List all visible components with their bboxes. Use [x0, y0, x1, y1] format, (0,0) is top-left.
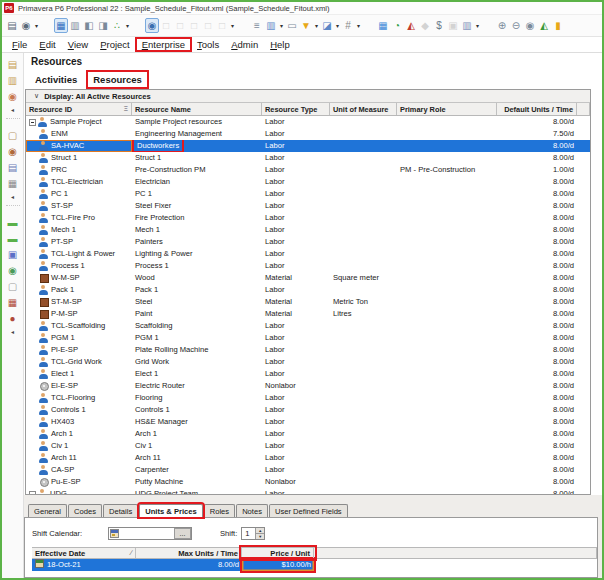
Mech 1[interactable]: Mech 1 Mech 1 Labor 8.00/d: [26, 224, 590, 236]
zoom-out-icon[interactable]: ⊖: [509, 18, 523, 33]
shift-spinner[interactable]: 1 ▲ ▼: [241, 527, 265, 540]
roles-sidebar-icon[interactable]: ◉: [6, 144, 20, 158]
sort-indicator-icon[interactable]: ∕: [131, 549, 132, 558]
primary-role-cell[interactable]: [397, 224, 497, 236]
resource-type-cell[interactable]: Labor: [262, 164, 330, 176]
columns-icon[interactable]: ▥: [264, 18, 278, 33]
unit-of-measure-cell[interactable]: [330, 464, 397, 476]
unit-of-measure-cell[interactable]: [330, 236, 397, 248]
spreadsheet-view-icon[interactable]: ▦: [54, 18, 68, 33]
resource-type-cell[interactable]: Nonlabor: [262, 380, 330, 392]
unit-of-measure-cell[interactable]: [330, 260, 397, 272]
resource-type-cell[interactable]: Labor: [262, 440, 330, 452]
column-filter-icon[interactable]: Ξ: [124, 105, 128, 115]
unit-of-measure-cell[interactable]: [330, 224, 397, 236]
Arch 1[interactable]: Arch 1 Arch 1 Labor 8.00/d: [26, 428, 590, 440]
primary-role-cell[interactable]: [397, 332, 497, 344]
default-units-cell[interactable]: 8.00/d: [497, 392, 577, 404]
spinner-buttons[interactable]: ▲ ▼: [255, 528, 264, 539]
Process 1[interactable]: Process 1 Process 1 Labor 8.00/d: [26, 260, 590, 272]
primary-role-cell[interactable]: [397, 284, 497, 296]
resource-id-cell[interactable]: TCL-Grid Work: [26, 356, 132, 368]
primary-role-cell[interactable]: [397, 248, 497, 260]
resource-type-cell[interactable]: Labor: [262, 188, 330, 200]
resource-name-cell[interactable]: Steel Fixer: [132, 200, 262, 212]
resource-type-cell[interactable]: Labor: [262, 152, 330, 164]
menu-item[interactable]: Help: [264, 38, 296, 51]
reports-sidebar-icon[interactable]: ▦: [6, 176, 20, 190]
primary-role-cell[interactable]: [397, 416, 497, 428]
layout-icon[interactable]: ▭: [285, 18, 299, 33]
resource-id-cell[interactable]: Pu-E-SP: [26, 476, 132, 488]
primary-role-cell[interactable]: [397, 200, 497, 212]
default-units-cell[interactable]: 8.00/d: [497, 368, 577, 380]
HS&E Manager[interactable]: HX403 HS&E Manager Labor 8.00/d: [26, 416, 590, 428]
primary-role-cell[interactable]: [397, 404, 497, 416]
resource-type-cell[interactable]: Labor: [262, 344, 330, 356]
unit-of-measure-cell[interactable]: [330, 200, 397, 212]
calculator-sidebar-icon[interactable]: ▦: [6, 295, 20, 309]
resource-name-cell[interactable]: Fire Protection: [132, 212, 262, 224]
resource-name-cell[interactable]: UDG Project Team: [132, 488, 262, 494]
default-units-cell[interactable]: 8.00/d: [497, 332, 577, 344]
menu-item[interactable]: Edit: [33, 38, 61, 51]
unit-of-measure-cell[interactable]: [330, 344, 397, 356]
primary-role-cell[interactable]: [397, 308, 497, 320]
toolbar-separator[interactable]: [40, 18, 54, 33]
resource-name-cell[interactable]: Sample Project resources: [132, 116, 262, 128]
Scaffolding[interactable]: TCL-Scaffolding Scaffolding Labor 8.00/d: [26, 320, 590, 332]
column-header-effective-date[interactable]: Effective Date ∕: [32, 548, 136, 558]
Carpenter[interactable]: CA-SP Carpenter Labor 8.00/d: [26, 464, 590, 476]
browse-button[interactable]: ...: [174, 528, 191, 539]
primary-role-cell[interactable]: [397, 452, 497, 464]
expand-collapse-icon[interactable]: [29, 491, 36, 495]
trace-logic-icon[interactable]: ◧: [82, 18, 96, 33]
resource-name-cell[interactable]: Steel: [132, 296, 262, 308]
unit-of-measure-cell[interactable]: [330, 428, 397, 440]
resource-type-cell[interactable]: Labor: [262, 428, 330, 440]
resource-id-cell[interactable]: HX403: [26, 416, 132, 428]
resource-type-cell[interactable]: Labor: [262, 452, 330, 464]
detail-tab-units-prices[interactable]: Units & Prices: [139, 504, 203, 517]
resource-type-cell[interactable]: Labor: [262, 224, 330, 236]
resource-name-cell[interactable]: Lighting & Power: [132, 248, 262, 260]
resource-type-cell[interactable]: Labor: [262, 236, 330, 248]
display-bar[interactable]: ∨ Display: All Active Resources: [26, 90, 590, 103]
column-header-default-units[interactable]: Default Units / Time: [497, 103, 577, 115]
primary-role-cell[interactable]: [397, 476, 497, 488]
unit-of-measure-cell[interactable]: [330, 392, 397, 404]
obs-sidebar-icon[interactable]: ▢: [6, 128, 20, 142]
dropdown-caret-icon[interactable]: ▾: [229, 18, 236, 33]
unit-of-measure-cell[interactable]: [330, 452, 397, 464]
unit-of-measure-cell[interactable]: [330, 188, 397, 200]
default-units-cell[interactable]: 8.00/d: [497, 200, 577, 212]
primary-role-cell[interactable]: [397, 140, 497, 152]
resource-name-cell[interactable]: Putty Machine: [132, 476, 262, 488]
default-units-cell[interactable]: 8.00/d: [497, 284, 577, 296]
resource-id-cell[interactable]: Elect 1: [26, 368, 132, 380]
resource-type-cell[interactable]: Labor: [262, 176, 330, 188]
sidebar-separator[interactable]: [6, 118, 20, 126]
calendars-sidebar-icon[interactable]: ▤: [6, 160, 20, 174]
print-icon[interactable]: ▤: [5, 18, 19, 33]
unit-of-measure-cell[interactable]: [330, 164, 397, 176]
unit-of-measure-cell[interactable]: Metric Ton: [330, 296, 397, 308]
unit-of-measure-cell[interactable]: [330, 380, 397, 392]
gantt-view-icon[interactable]: ▥: [68, 18, 82, 33]
resource-id-cell[interactable]: TCL-Electrician: [26, 176, 132, 188]
primary-role-cell[interactable]: [397, 368, 497, 380]
menu-item[interactable]: File: [6, 38, 33, 51]
resource-type-cell[interactable]: Material: [262, 296, 330, 308]
detail-tab-roles[interactable]: Roles: [204, 504, 235, 517]
resource-id-cell[interactable]: UDG: [26, 488, 132, 494]
collapse-arrow-icon[interactable]: ◂: [6, 105, 20, 113]
copy-sidebar-icon[interactable]: ▣: [6, 247, 20, 261]
print-preview-icon[interactable]: ◉: [19, 18, 33, 33]
window-tile-icon[interactable]: □: [173, 18, 187, 33]
shift-calendar-field[interactable]: ...: [108, 527, 192, 540]
resource-name-cell[interactable]: Civ 1: [132, 440, 262, 452]
resource-name-cell[interactable]: PC 1: [132, 188, 262, 200]
column-header-resource-name[interactable]: Resource Name: [132, 103, 262, 115]
column-header-primary-role[interactable]: Primary Role: [397, 103, 497, 115]
resource-type-cell[interactable]: Labor: [262, 260, 330, 272]
